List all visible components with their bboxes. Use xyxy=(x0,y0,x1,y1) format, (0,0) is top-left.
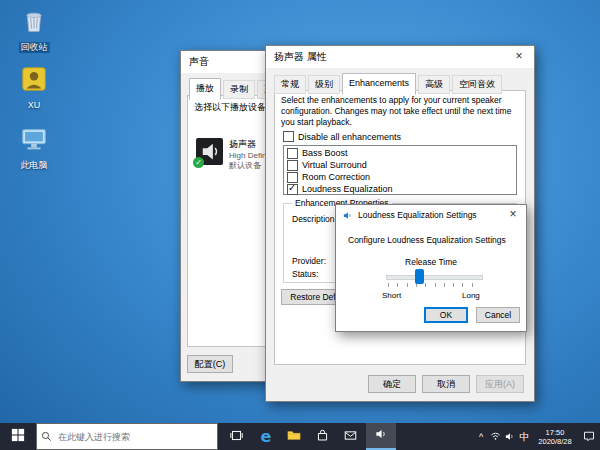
clock-time: 17:50 xyxy=(532,428,578,437)
mail-button[interactable] xyxy=(336,423,364,450)
loudness-titlebar[interactable]: Loudness Equalization Settings × xyxy=(336,205,526,225)
enhancement-label: Room Correction xyxy=(302,172,370,182)
sound-dialog-title: 声音 xyxy=(189,55,209,69)
disable-all-label: Disable all enhancements xyxy=(298,132,401,142)
enhancement-row-virtual-surround[interactable]: Virtual Surround xyxy=(284,159,516,171)
desktop-icon-this-pc[interactable]: 此电脑 xyxy=(8,124,60,172)
taskbar-clock[interactable]: 17:50 2020/8/28 xyxy=(532,423,578,450)
file-explorer-button[interactable] xyxy=(280,423,308,450)
disable-all-checkbox[interactable] xyxy=(283,131,294,142)
desktop-icon-recycle-bin[interactable]: 回收站 xyxy=(8,6,60,54)
desktop-icon-label: XU xyxy=(26,100,43,111)
enhancement-row-loudness-equalization[interactable]: Loudness Equalization xyxy=(284,183,516,195)
disable-all-enhancements-row[interactable]: Disable all enhancements xyxy=(283,131,401,142)
loudness-subtitle: Configure Loudness Equalization Settings xyxy=(348,235,518,245)
taskbar: e ^ xyxy=(0,423,600,450)
chevron-up-icon: ^ xyxy=(479,432,483,442)
user-account-icon xyxy=(19,64,49,94)
close-icon[interactable]: × xyxy=(500,205,526,224)
slider-min-label: Short xyxy=(382,291,401,300)
tab-recording[interactable]: 录制 xyxy=(223,80,255,99)
loudness-settings-dialog: Loudness Equalization Settings × Configu… xyxy=(335,204,527,332)
windows-logo-icon xyxy=(11,428,25,446)
enhancement-label: Virtual Surround xyxy=(302,160,367,170)
task-view-button[interactable] xyxy=(222,423,250,450)
release-time-slider-handle[interactable] xyxy=(415,269,424,284)
desktop-icon-label: 此电脑 xyxy=(19,160,50,171)
ime-indicator[interactable]: 中 xyxy=(517,423,532,450)
enhancement-row-room-correction[interactable]: Room Correction xyxy=(284,171,516,183)
action-center-button[interactable] xyxy=(578,423,600,450)
loudness-equalization-checkbox[interactable] xyxy=(287,184,298,195)
store-button[interactable] xyxy=(308,423,336,450)
virtual-surround-checkbox[interactable] xyxy=(287,160,298,171)
notification-icon xyxy=(583,428,595,446)
desktop-icon-label: 回收站 xyxy=(19,42,50,53)
properties-tabs: 常规 级别 Enhancements 高级 空间音效 xyxy=(274,73,504,94)
tab-spatial-sound[interactable]: 空间音效 xyxy=(452,75,502,94)
edge-icon: e xyxy=(261,427,272,446)
provider-label: Provider: xyxy=(292,256,326,266)
clock-date: 2020/8/28 xyxy=(532,437,578,446)
search-icon xyxy=(41,428,52,446)
enhancement-label: Bass Boost xyxy=(302,148,348,158)
ok-button[interactable]: 确定 xyxy=(368,375,416,393)
enhancements-intro-text: Select the enhancements to apply for you… xyxy=(281,95,519,128)
configure-button[interactable]: 配置(C) xyxy=(187,355,233,373)
loudness-title: Loudness Equalization Settings xyxy=(358,210,477,220)
mail-envelope-icon xyxy=(344,428,357,446)
desktop: 回收站 XU 此电脑 声音 播放 录制 声音 选择以下播放设备来修改设置: ✓ xyxy=(0,0,600,450)
default-device-check-icon: ✓ xyxy=(193,157,204,168)
ime-label: 中 xyxy=(520,430,530,444)
tab-advanced[interactable]: 高级 xyxy=(418,75,450,94)
cancel-button[interactable]: Cancel xyxy=(476,307,520,323)
slider-tick-marks xyxy=(388,283,481,287)
apply-button[interactable]: 应用(A) xyxy=(476,375,524,393)
tab-levels[interactable]: 级别 xyxy=(308,75,340,94)
speaker-small-icon xyxy=(342,210,353,221)
start-button[interactable] xyxy=(0,423,36,450)
search-input[interactable] xyxy=(56,431,210,443)
recycle-bin-icon xyxy=(19,6,49,36)
network-tray-button[interactable] xyxy=(489,423,502,450)
close-icon[interactable]: × xyxy=(504,46,534,67)
taskbar-search-box[interactable] xyxy=(36,423,218,450)
store-bag-icon xyxy=(316,428,329,446)
release-time-slider-track[interactable] xyxy=(386,275,483,280)
enhancement-label: Loudness Equalization xyxy=(302,184,393,194)
enhancements-listbox[interactable]: Bass Boost Virtual Surround Room Correct… xyxy=(283,145,517,195)
folder-icon xyxy=(287,428,301,446)
show-hidden-icons-button[interactable]: ^ xyxy=(474,423,488,450)
speaker-icon xyxy=(374,427,388,445)
tab-general[interactable]: 常规 xyxy=(274,75,306,94)
task-view-icon xyxy=(230,428,243,446)
properties-titlebar[interactable]: 扬声器 属性 × xyxy=(266,46,534,68)
status-label: Status: xyxy=(292,269,318,279)
edge-button[interactable]: e xyxy=(252,423,280,450)
slider-max-label: Long xyxy=(462,291,480,300)
sound-settings-button[interactable] xyxy=(366,423,396,450)
desktop-icon-user[interactable]: XU xyxy=(8,64,60,112)
network-icon xyxy=(490,428,501,446)
enhancement-row-bass-boost[interactable]: Bass Boost xyxy=(284,147,516,159)
ok-button[interactable]: OK xyxy=(424,307,468,323)
tab-enhancements[interactable]: Enhancements xyxy=(342,73,416,95)
volume-tray-button[interactable] xyxy=(503,423,516,450)
release-time-label: Release Time xyxy=(336,257,526,267)
bass-boost-checkbox[interactable] xyxy=(287,148,298,159)
properties-title: 扬声器 属性 xyxy=(274,50,327,64)
this-pc-icon xyxy=(19,124,49,154)
volume-icon xyxy=(504,428,515,446)
cancel-button[interactable]: 取消 xyxy=(422,375,470,393)
description-label: Description: xyxy=(292,214,337,224)
tab-playback[interactable]: 播放 xyxy=(189,78,221,100)
speaker-device-icon: ✓ xyxy=(196,138,223,165)
